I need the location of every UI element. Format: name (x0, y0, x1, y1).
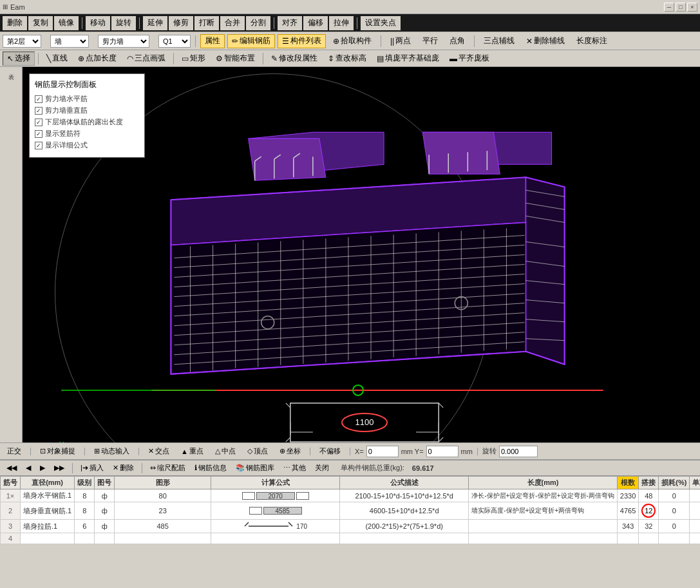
break-button[interactable]: 打断 (194, 16, 219, 30)
q-select[interactable]: Q1 (158, 35, 191, 48)
y-input[interactable] (426, 446, 459, 457)
cell-desc-3 (469, 520, 618, 533)
edit-rebar-icon: ✏ (232, 37, 238, 46)
line-button[interactable]: ╲ 直线 (42, 52, 72, 66)
property-button[interactable]: 属性 (200, 34, 225, 48)
component-list-button[interactable]: ☰ 构件列表 (278, 34, 326, 48)
parallel-button[interactable]: 平行 (418, 34, 442, 48)
two-points-button[interactable]: || 两点 (386, 34, 415, 48)
col-header-desc: 公式描述 (340, 477, 469, 489)
maximize-button[interactable]: □ (676, 3, 686, 12)
pick-button[interactable]: ⊕ 拾取构件 (328, 34, 376, 48)
info-icon: ℹ (194, 464, 197, 472)
cp-checkbox-3[interactable] (35, 119, 43, 126)
cell-overlap-4 (659, 533, 690, 544)
dynamic-input-button[interactable]: ⊞ 动态输入 (90, 446, 134, 457)
check-elevation-button[interactable]: ⇕ 查改标高 (323, 52, 371, 66)
length-label-button[interactable]: 长度标注 (572, 34, 612, 48)
flat-floor-button[interactable]: ▬ 平齐庞板 (445, 52, 494, 66)
cp-checkbox-1[interactable] (35, 95, 43, 103)
insert-button[interactable]: |➜ 插入 (77, 462, 108, 475)
split-button[interactable]: 分割 (246, 16, 270, 30)
sep7 (474, 35, 475, 47)
stretch-button[interactable]: 拉伸 (329, 16, 354, 30)
smart-place-button[interactable]: ⚙ 智能布置 (211, 52, 260, 66)
rotate-label: 旋转 (482, 446, 497, 456)
edit-rebar-button[interactable]: ✏ 编辑钢筋 (227, 34, 275, 48)
offset-button[interactable]: 偏移 (303, 16, 328, 30)
table-row: 4 (1, 533, 701, 544)
no-offset-button[interactable]: 不偏移 (315, 446, 345, 457)
endpoint-button[interactable]: ▲ 重点 (176, 446, 208, 457)
last-page-button[interactable]: ▶▶ (50, 462, 68, 475)
minimize-button[interactable]: ─ (664, 3, 674, 12)
endpoint-icon: ▲ (181, 448, 188, 455)
rebar-table: 筋号 直径(mm) 级别 图号 图形 计算公式 公式描述 长度(mm) 根数 搭… (0, 476, 700, 588)
coord-button[interactable]: ⊕ 坐标 (275, 446, 305, 457)
cell-loss-2: 0 (690, 502, 700, 520)
cp-checkbox-5[interactable] (35, 142, 43, 149)
angle-button[interactable]: 点角 (445, 34, 469, 48)
close-button[interactable]: × (687, 3, 697, 12)
line-icon: ╲ (46, 54, 51, 63)
next-button[interactable]: ▶ (36, 462, 49, 475)
rebar-lib-button[interactable]: 📚 钢筋图库 (232, 462, 278, 475)
cp-checkbox-2[interactable] (35, 107, 43, 115)
trim-button[interactable]: 修剪 (169, 16, 193, 30)
prev-button[interactable]: ◀ (22, 462, 35, 475)
three-point-aux-button[interactable]: 三点辅线 (479, 34, 519, 48)
close-bottom-button[interactable]: 关闭 (311, 462, 333, 475)
mm-label: mm (461, 448, 473, 455)
rebar-info-button[interactable]: ℹ 钢筋信息 (191, 462, 231, 475)
delete-row-button[interactable]: ✕ 删除 (109, 462, 138, 475)
resize-button[interactable]: ⇔ 缩尺配筋 (146, 462, 189, 475)
window-controls[interactable]: ─ □ × (664, 3, 697, 12)
cp-label-2: 剪力墙垂直筋 (45, 106, 88, 115)
dim-value-text: 1100 (355, 417, 374, 427)
mirror-button[interactable]: 镜像 (54, 16, 79, 30)
cp-label-5: 显示详细公式 (45, 140, 88, 150)
modify-seg-button[interactable]: ✎ 修改段属性 (267, 52, 322, 66)
merge-button[interactable]: 合并 (220, 16, 245, 30)
layer-select[interactable]: 第2层 (3, 35, 41, 48)
cp-checkbox-4[interactable] (35, 130, 43, 138)
type-select[interactable]: 墙 (50, 35, 89, 48)
snap-button[interactable]: ⊡ 对象捕捉 (35, 446, 80, 457)
rotate-button[interactable]: 旋转 (111, 16, 136, 30)
ortho-button[interactable]: 正交 (3, 446, 26, 457)
cell-shapenum-1: 80 (115, 489, 211, 502)
cell-length-4 (617, 533, 638, 544)
add-length-button[interactable]: ⊕ 点加长度 (73, 52, 121, 66)
intersection-button[interactable]: ✕ 交点 (144, 446, 174, 457)
select-button[interactable]: ↖ 选择 (3, 52, 35, 66)
move-button[interactable]: 移动 (86, 16, 110, 30)
fill-icon: ▤ (377, 54, 384, 63)
cell-desc-4 (469, 533, 618, 544)
delete-button[interactable]: 删除 (3, 16, 27, 30)
extend-button[interactable]: 延伸 (143, 16, 167, 30)
rotate-input[interactable] (499, 446, 538, 457)
copy-button[interactable]: 复制 (28, 16, 53, 30)
midpoint-button[interactable]: △ 中点 (211, 446, 240, 457)
cell-diam-2: 8 (75, 502, 95, 520)
rect-button[interactable]: ▭ 矩形 (177, 52, 210, 66)
first-page-button[interactable]: ◀◀ (3, 462, 21, 475)
col-header-num: 筋号 (1, 477, 21, 489)
arc-button[interactable]: ◠ 三点画弧 (122, 52, 170, 66)
other-button[interactable]: ⋯ 其他 (279, 462, 310, 475)
set-grip-button[interactable]: 设置夹点 (361, 16, 401, 30)
main-area: 表 钢筋显示控制面板 剪力墙水平筋 剪力墙垂直筋 下层墙体纵筋的露出长度 显示竖… (0, 67, 700, 442)
fill-foundation-button[interactable]: ▤ 填庞平齐基础庞 (372, 52, 444, 66)
sep5 (195, 35, 196, 47)
del-icon: ✕ (113, 464, 118, 472)
vertex-button[interactable]: ◇ 顶点 (243, 446, 272, 457)
align-button[interactable]: 对齐 (278, 16, 302, 30)
delete-aux-button[interactable]: ✕ 删除辅线 (522, 34, 569, 48)
crosshair-br (439, 437, 443, 442)
purple-cap-left (249, 138, 326, 180)
x-input[interactable] (366, 446, 399, 457)
canvas[interactable]: 钢筋显示控制面板 剪力墙水平筋 剪力墙垂直筋 下层墙体纵筋的露出长度 显示竖筋符… (23, 67, 700, 442)
cut-select[interactable]: 剪力墙 (98, 35, 149, 48)
cell-overlap-2: 0 (659, 502, 690, 520)
total-weight-label: 单构件钢筋总重(kg): (341, 463, 404, 473)
